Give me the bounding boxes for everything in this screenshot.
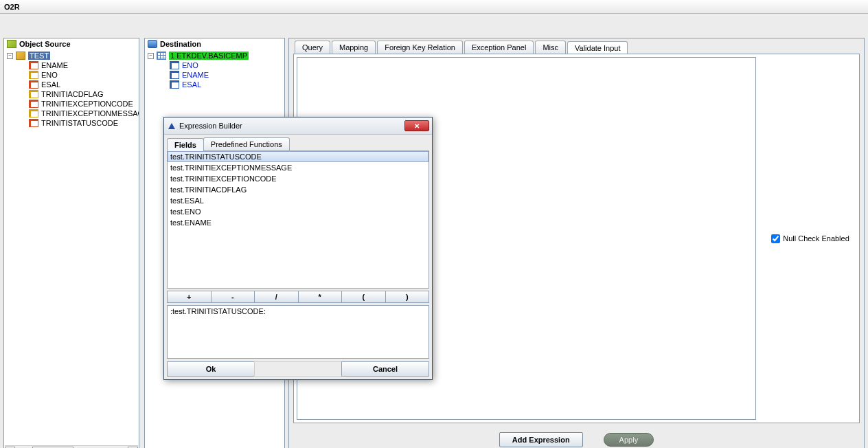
null-check-row[interactable]: Null Check Enabled xyxy=(771,234,849,243)
tab-validate-input[interactable]: Validate Input xyxy=(567,41,628,54)
add-expression-button[interactable]: Add Expression xyxy=(499,432,583,447)
options-area: Null Check Enabled xyxy=(762,54,859,423)
source-root[interactable]: − TEST xyxy=(4,51,139,60)
source-column[interactable]: ESAL xyxy=(4,80,139,89)
operator-button[interactable]: / xyxy=(254,291,299,303)
cancel-button[interactable]: Cancel xyxy=(341,361,429,377)
window-title: O2R xyxy=(4,3,20,11)
column-icon xyxy=(29,80,38,89)
operator-button[interactable]: * xyxy=(298,291,343,303)
tab-exception-panel[interactable]: Exception Panel xyxy=(464,41,534,54)
source-root-label: TEST xyxy=(28,52,50,60)
operator-row: +-/*() xyxy=(167,291,429,303)
field-item[interactable]: test.TRINITIEXCEPTIONCODE xyxy=(168,173,429,184)
column-icon xyxy=(170,61,179,69)
column-icon xyxy=(29,61,38,69)
destination-header: Destination xyxy=(145,38,284,49)
dest-root[interactable]: − 1 ETKDEV.BASICEMP xyxy=(145,51,284,60)
operator-button[interactable]: - xyxy=(211,291,255,303)
source-scrollbar[interactable]: ◄ ► xyxy=(5,445,138,448)
expander-icon[interactable]: − xyxy=(148,53,154,59)
source-column[interactable]: TRINITIEXCEPTIONMESSAGE xyxy=(4,109,139,118)
column-icon xyxy=(170,71,179,79)
main-footer: Add Expression Apply xyxy=(293,427,860,448)
tab-foreign-key-relation[interactable]: Foreign Key Relation xyxy=(377,41,463,54)
column-icon xyxy=(29,90,38,98)
null-check-label: Null Check Enabled xyxy=(783,234,849,243)
source-column-label: ENO xyxy=(41,71,58,79)
dialog-titlebar[interactable]: Expression Builder ✕ xyxy=(164,117,432,135)
fields-list[interactable]: test.TRINITISTATUSCODEtest.TRINITIEXCEPT… xyxy=(167,151,429,289)
triangle-icon xyxy=(168,123,175,129)
source-column-label: TRINITIEXCEPTIONMESSAGE xyxy=(41,109,139,117)
column-icon xyxy=(170,80,179,89)
source-column-label: ESAL xyxy=(41,80,60,89)
workspace: Object Source − TEST ENAMEENOESALTRINITI… xyxy=(0,17,868,448)
dialog-tab-predefined-functions[interactable]: Predefined Functions xyxy=(203,137,290,150)
source-column[interactable]: ENO xyxy=(4,70,139,80)
close-icon: ✕ xyxy=(414,122,420,130)
expression-textarea[interactable]: :test.TRINITISTATUSCODE: xyxy=(167,305,429,359)
button-spacer xyxy=(254,361,342,377)
apply-button[interactable]: Apply xyxy=(604,433,654,447)
source-column[interactable]: TRINITIEXCEPTIONCODE xyxy=(4,99,139,109)
column-icon xyxy=(29,100,38,108)
column-icon xyxy=(29,109,38,117)
field-item[interactable]: test.TRINITIACDFLAG xyxy=(168,184,429,195)
field-item[interactable]: test.ENAME xyxy=(168,217,429,228)
source-column-label: TRINITIEXCEPTIONCODE xyxy=(41,100,133,108)
source-column[interactable]: TRINITIACDFLAG xyxy=(4,89,139,99)
field-item[interactable]: test.TRINITISTATUSCODE xyxy=(168,151,429,162)
object-icon xyxy=(16,52,25,60)
field-item[interactable]: test.ENO xyxy=(168,206,429,217)
object-source-header: Object Source xyxy=(4,38,139,49)
dialog-tabs: FieldsPredefined Functions xyxy=(167,137,429,151)
column-icon xyxy=(29,71,38,79)
dest-column[interactable]: ESAL xyxy=(145,80,284,89)
field-item[interactable]: test.TRINITIEXCEPTIONMESSAGE xyxy=(168,162,429,173)
dest-column[interactable]: ENO xyxy=(145,60,284,70)
table-icon xyxy=(157,52,166,60)
dialog-tab-fields[interactable]: Fields xyxy=(167,138,204,151)
operator-button[interactable]: ) xyxy=(385,291,430,303)
source-column[interactable]: TRINITISTATUSCODE xyxy=(4,118,139,128)
dest-column[interactable]: ENAME xyxy=(145,70,284,80)
dialog-title: Expression Builder xyxy=(179,122,242,130)
destination-title: Destination xyxy=(160,40,201,48)
operator-button[interactable]: + xyxy=(167,291,212,303)
null-check-checkbox[interactable] xyxy=(771,234,780,243)
ok-button[interactable]: Ok xyxy=(167,361,255,377)
dialog-buttons: Ok Cancel xyxy=(167,361,429,377)
tab-query[interactable]: Query xyxy=(295,41,330,54)
object-source-title: Object Source xyxy=(19,40,71,48)
expression-builder-dialog: Expression Builder ✕ FieldsPredefined Fu… xyxy=(163,117,433,380)
operator-button[interactable]: ( xyxy=(341,291,386,303)
column-icon xyxy=(29,119,38,127)
database-icon xyxy=(148,40,157,48)
source-column-label: TRINITISTATUSCODE xyxy=(41,119,118,127)
object-source-panel: Object Source − TEST ENAMEENOESALTRINITI… xyxy=(3,38,139,448)
expression-text: :test.TRINITISTATUSCODE: xyxy=(170,307,266,315)
tab-mapping[interactable]: Mapping xyxy=(332,41,376,54)
window-titlebar: O2R xyxy=(0,0,868,14)
dest-tree: − 1 ETKDEV.BASICEMP ENOENAMEESAL xyxy=(145,49,284,91)
cube-icon xyxy=(7,40,16,48)
source-column-label: TRINITIACDFLAG xyxy=(41,90,103,98)
field-item[interactable]: test.ESAL xyxy=(168,195,429,206)
expander-icon[interactable]: − xyxy=(7,53,13,59)
main-tabs: QueryMappingForeign Key RelationExceptio… xyxy=(289,38,864,54)
dest-column-label: ENO xyxy=(182,61,198,69)
dest-column-label: ESAL xyxy=(182,80,201,89)
source-column-label: ENAME xyxy=(41,61,68,69)
source-column[interactable]: ENAME xyxy=(4,60,139,70)
dest-column-label: ENAME xyxy=(182,71,209,79)
tab-misc[interactable]: Misc xyxy=(535,41,566,54)
close-button[interactable]: ✕ xyxy=(404,120,429,131)
dest-root-label: 1 ETKDEV.BASICEMP xyxy=(169,52,249,60)
source-tree: − TEST ENAMEENOESALTRINITIACDFLAGTRINITI… xyxy=(4,49,139,129)
